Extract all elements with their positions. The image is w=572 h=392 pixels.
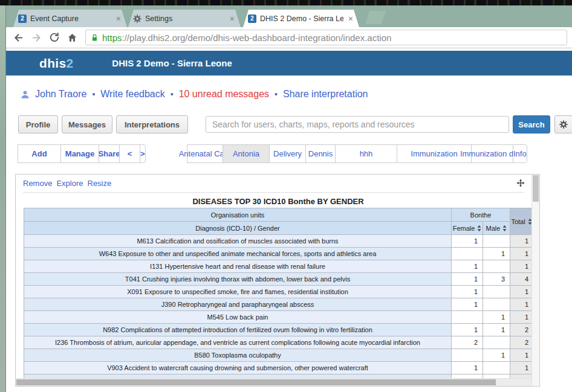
table-row: W643 Exposure to other and unspecified a…: [24, 248, 533, 260]
dashboard-page: John Traore • Write feedback • 10 unread…: [6, 76, 572, 392]
gear-favicon: [133, 14, 141, 23]
reload-icon[interactable]: [50, 33, 59, 42]
table-row: B580 Toxoplasma oculopathy 1 1: [24, 349, 533, 362]
unread-messages-link[interactable]: 10 unread messages: [179, 89, 269, 100]
female-value-cell: 1: [452, 324, 483, 336]
diagnosis-cell: X091 Exposure to unspecified smoke, fire…: [24, 286, 452, 298]
url-rest: ://play.dhis2.org/demo/dhis-web-dashboar…: [122, 33, 392, 43]
profile-button[interactable]: Profile: [18, 115, 58, 133]
search-input[interactable]: [206, 116, 509, 133]
dashboard-tab[interactable]: hhh: [335, 144, 397, 163]
male-value-cell: [483, 298, 510, 311]
separator-dot: •: [92, 89, 95, 99]
dashboard-controls: AddManageShare<>: [18, 144, 146, 163]
diagnosis-cell: W643 Exposure to other and unspecified a…: [24, 248, 452, 260]
move-handle-icon[interactable]: [516, 179, 525, 190]
lock-icon: [91, 34, 98, 42]
widget-horizontal-scrollbar[interactable]: [16, 378, 531, 386]
write-feedback-link[interactable]: Write feedback: [100, 89, 164, 100]
browser-tab-event-capture[interactable]: 2 Event Capture ×: [13, 10, 127, 27]
dashboard-tab[interactable]: Immunization data: [471, 144, 513, 163]
dhis2-logo[interactable]: dhis2: [39, 56, 73, 71]
diagnosis-cell: I131 Hypertensive heart and renal diseas…: [24, 260, 452, 273]
dashboard-tab-bar: Antenatal CareAntoniaDeliveryDennishhhIm…: [187, 144, 527, 163]
dashboard-control-button[interactable]: Share: [99, 144, 120, 163]
messages-button[interactable]: Messages: [62, 115, 112, 133]
dashboard-tab[interactable]: Info: [513, 144, 527, 163]
widget-vertical-scrollbar[interactable]: [531, 175, 539, 386]
diagnosis-cell: B580 Toxoplasma oculopathy: [24, 349, 452, 362]
widget-header-divider: [23, 192, 524, 193]
female-value-cell: 1: [452, 286, 483, 298]
org-units-header: Organisation units: [24, 208, 452, 222]
total-value-cell: 1: [510, 260, 533, 273]
total-value-cell: 1: [510, 248, 533, 260]
total-value-cell: 1: [510, 298, 533, 311]
female-column-header[interactable]: Female: [452, 222, 483, 235]
female-value-cell: [452, 349, 483, 362]
table-row: J390 Retropharyngeal and parapharyngeal …: [24, 298, 533, 311]
tab-close-icon[interactable]: ×: [115, 14, 122, 23]
browser-tab-label: DHIS 2 Demo - Sierra Leo: [260, 14, 343, 23]
sort-icon[interactable]: [477, 225, 481, 231]
new-tab-button[interactable]: [365, 11, 386, 24]
male-column-header[interactable]: Male: [483, 222, 510, 235]
scrollbar-thumb[interactable]: [16, 379, 496, 385]
pivot-table-body: M613 Calcification and ossification of m…: [24, 235, 533, 387]
browser-tab-settings[interactable]: Settings ×: [128, 10, 241, 27]
widget-action-link[interactable]: Remove: [23, 179, 52, 188]
widget-action-link[interactable]: Explore: [56, 179, 83, 188]
male-value-cell: 1: [483, 311, 510, 324]
dashboard-tab[interactable]: Delivery: [269, 144, 306, 163]
settings-gear-button[interactable]: [554, 115, 572, 133]
sort-icon[interactable]: [502, 225, 507, 231]
address-bar[interactable]: https://play.dhis2.org/demo/dhis-web-das…: [85, 30, 567, 45]
dashboard-tab[interactable]: Antenatal Care: [187, 144, 223, 163]
widget-action-link[interactable]: Resize: [88, 179, 112, 188]
dashboard-tab[interactable]: Dennis: [305, 144, 336, 163]
total-value-cell: 2: [510, 336, 533, 349]
table-row: M613 Calcification and ossification of m…: [24, 235, 533, 248]
scrollbar-thumb[interactable]: [533, 175, 539, 202]
share-interpretation-link[interactable]: Share interpretation: [283, 89, 368, 100]
tab-close-icon[interactable]: ×: [229, 14, 236, 23]
url-text: https://play.dhis2.org/demo/dhis-web-das…: [102, 33, 391, 43]
logo-accent: 2: [66, 56, 73, 70]
bonthe-group-header: Bonthe: [452, 208, 510, 222]
widget-actions: RemoveExploreResize: [23, 179, 111, 188]
url-scheme: https: [102, 33, 122, 43]
dashboard-control-button[interactable]: <: [119, 144, 140, 163]
interpretations-button[interactable]: Interpretations: [116, 115, 188, 133]
user-name-link[interactable]: John Traore: [35, 89, 86, 100]
logo-text: dhis: [39, 56, 66, 70]
total-column-header[interactable]: Total: [510, 208, 533, 235]
table-row: N982 Complications of attempted introduc…: [24, 324, 533, 336]
back-icon[interactable]: [13, 33, 24, 43]
male-value-cell: [483, 286, 510, 298]
diagnosis-cell: M613 Calcification and ossification of m…: [24, 235, 452, 248]
dashboard-control-button[interactable]: Add: [18, 144, 61, 163]
separator-dot: •: [275, 89, 278, 99]
table-row: I131 Hypertensive heart and renal diseas…: [24, 260, 533, 273]
pivot-table-widget: RemoveExploreResize DISEASES TOP 30 ICD1…: [15, 174, 540, 387]
forward-icon[interactable]: [31, 33, 42, 43]
male-header-label: Male: [486, 225, 501, 232]
tab-close-icon[interactable]: ×: [347, 14, 354, 23]
browser-toolbar: https://play.dhis2.org/demo/dhis-web-das…: [6, 27, 572, 48]
dashboard-control-button[interactable]: Manage: [60, 144, 99, 163]
separator-dot: •: [171, 89, 174, 99]
female-value-cell: 1: [452, 298, 483, 311]
browser-tab-dhis2-demo[interactable]: 2 DHIS 2 Demo - Sierra Leo ×: [243, 10, 359, 27]
pivot-table: Organisation units Bonthe Total Diagnosi…: [24, 208, 533, 387]
dashboard-control-button[interactable]: >: [140, 144, 146, 163]
table-row: X091 Exposure to unspecified smoke, fire…: [24, 286, 533, 298]
table-row: M545 Low back pain 1 1: [24, 311, 533, 324]
male-value-cell: [483, 235, 510, 248]
total-value-cell: 1: [510, 286, 533, 298]
home-icon[interactable]: [67, 33, 77, 43]
dashboard-tab[interactable]: Antonia: [223, 144, 270, 163]
browser-tab-label: Event Capture: [30, 14, 111, 23]
diagnosis-header: Diagnosis (ICD-10) / Gender: [24, 222, 452, 235]
female-value-cell: 1: [452, 273, 483, 286]
search-button[interactable]: Search: [513, 115, 550, 133]
